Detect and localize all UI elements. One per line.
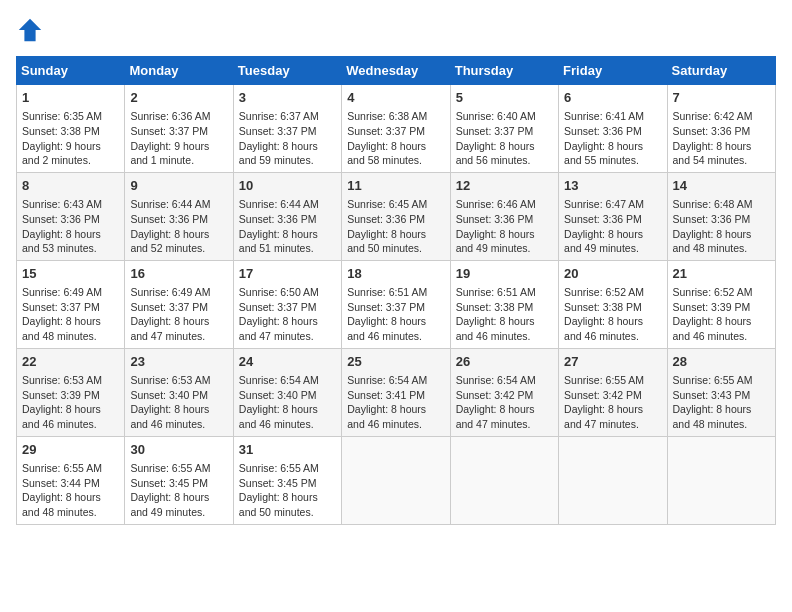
day-number: 24 <box>239 353 336 371</box>
sunrise: Sunrise: 6:47 AM <box>564 198 644 210</box>
sunset: Sunset: 3:45 PM <box>239 477 317 489</box>
calendar-day-cell: 14Sunrise: 6:48 AMSunset: 3:36 PMDayligh… <box>667 172 775 260</box>
day-number: 21 <box>673 265 770 283</box>
sunrise: Sunrise: 6:43 AM <box>22 198 102 210</box>
day-number: 31 <box>239 441 336 459</box>
weekday-header-cell: Friday <box>559 57 667 85</box>
day-number: 14 <box>673 177 770 195</box>
daylight: Daylight: 8 hours and 49 minutes. <box>456 228 535 255</box>
daylight: Daylight: 8 hours and 50 minutes. <box>347 228 426 255</box>
sunset: Sunset: 3:39 PM <box>22 389 100 401</box>
sunrise: Sunrise: 6:49 AM <box>130 286 210 298</box>
sunset: Sunset: 3:37 PM <box>347 125 425 137</box>
sunrise: Sunrise: 6:46 AM <box>456 198 536 210</box>
weekday-header-cell: Sunday <box>17 57 125 85</box>
day-number: 1 <box>22 89 119 107</box>
sunset: Sunset: 3:37 PM <box>456 125 534 137</box>
calendar-day-cell: 31Sunrise: 6:55 AMSunset: 3:45 PMDayligh… <box>233 436 341 524</box>
sunrise: Sunrise: 6:44 AM <box>130 198 210 210</box>
sunrise: Sunrise: 6:50 AM <box>239 286 319 298</box>
daylight: Daylight: 8 hours and 58 minutes. <box>347 140 426 167</box>
sunset: Sunset: 3:39 PM <box>673 301 751 313</box>
sunrise: Sunrise: 6:44 AM <box>239 198 319 210</box>
day-number: 10 <box>239 177 336 195</box>
calendar-table: SundayMondayTuesdayWednesdayThursdayFrid… <box>16 56 776 525</box>
sunset: Sunset: 3:36 PM <box>130 213 208 225</box>
calendar-day-cell: 28Sunrise: 6:55 AMSunset: 3:43 PMDayligh… <box>667 348 775 436</box>
daylight: Daylight: 8 hours and 49 minutes. <box>130 491 209 518</box>
day-number: 20 <box>564 265 661 283</box>
weekday-header-cell: Monday <box>125 57 233 85</box>
sunrise: Sunrise: 6:51 AM <box>456 286 536 298</box>
calendar-day-cell: 24Sunrise: 6:54 AMSunset: 3:40 PMDayligh… <box>233 348 341 436</box>
calendar-day-cell: 1Sunrise: 6:35 AMSunset: 3:38 PMDaylight… <box>17 85 125 173</box>
calendar-day-cell: 5Sunrise: 6:40 AMSunset: 3:37 PMDaylight… <box>450 85 558 173</box>
calendar-day-cell: 26Sunrise: 6:54 AMSunset: 3:42 PMDayligh… <box>450 348 558 436</box>
daylight: Daylight: 8 hours and 46 minutes. <box>456 315 535 342</box>
sunrise: Sunrise: 6:45 AM <box>347 198 427 210</box>
calendar-day-cell: 13Sunrise: 6:47 AMSunset: 3:36 PMDayligh… <box>559 172 667 260</box>
calendar-body: 1Sunrise: 6:35 AMSunset: 3:38 PMDaylight… <box>17 85 776 525</box>
calendar-day-cell: 19Sunrise: 6:51 AMSunset: 3:38 PMDayligh… <box>450 260 558 348</box>
day-number: 28 <box>673 353 770 371</box>
sunset: Sunset: 3:36 PM <box>673 213 751 225</box>
sunset: Sunset: 3:37 PM <box>22 301 100 313</box>
calendar-week-row: 15Sunrise: 6:49 AMSunset: 3:37 PMDayligh… <box>17 260 776 348</box>
day-number: 2 <box>130 89 227 107</box>
calendar-day-cell: 9Sunrise: 6:44 AMSunset: 3:36 PMDaylight… <box>125 172 233 260</box>
calendar-day-cell: 20Sunrise: 6:52 AMSunset: 3:38 PMDayligh… <box>559 260 667 348</box>
sunrise: Sunrise: 6:55 AM <box>239 462 319 474</box>
day-number: 30 <box>130 441 227 459</box>
logo-icon <box>16 16 44 44</box>
sunset: Sunset: 3:36 PM <box>22 213 100 225</box>
calendar-day-cell: 4Sunrise: 6:38 AMSunset: 3:37 PMDaylight… <box>342 85 450 173</box>
daylight: Daylight: 8 hours and 48 minutes. <box>673 228 752 255</box>
daylight: Daylight: 8 hours and 46 minutes. <box>239 403 318 430</box>
day-number: 15 <box>22 265 119 283</box>
daylight: Daylight: 8 hours and 55 minutes. <box>564 140 643 167</box>
daylight: Daylight: 8 hours and 46 minutes. <box>564 315 643 342</box>
calendar-day-cell: 16Sunrise: 6:49 AMSunset: 3:37 PMDayligh… <box>125 260 233 348</box>
daylight: Daylight: 8 hours and 51 minutes. <box>239 228 318 255</box>
daylight: Daylight: 8 hours and 53 minutes. <box>22 228 101 255</box>
calendar-day-cell <box>342 436 450 524</box>
day-number: 5 <box>456 89 553 107</box>
day-number: 25 <box>347 353 444 371</box>
sunset: Sunset: 3:40 PM <box>130 389 208 401</box>
calendar-day-cell: 29Sunrise: 6:55 AMSunset: 3:44 PMDayligh… <box>17 436 125 524</box>
day-number: 18 <box>347 265 444 283</box>
sunset: Sunset: 3:37 PM <box>239 125 317 137</box>
calendar-day-cell: 21Sunrise: 6:52 AMSunset: 3:39 PMDayligh… <box>667 260 775 348</box>
calendar-week-row: 1Sunrise: 6:35 AMSunset: 3:38 PMDaylight… <box>17 85 776 173</box>
daylight: Daylight: 8 hours and 46 minutes. <box>130 403 209 430</box>
sunset: Sunset: 3:36 PM <box>564 125 642 137</box>
calendar-day-cell: 25Sunrise: 6:54 AMSunset: 3:41 PMDayligh… <box>342 348 450 436</box>
calendar-day-cell: 12Sunrise: 6:46 AMSunset: 3:36 PMDayligh… <box>450 172 558 260</box>
calendar-day-cell: 3Sunrise: 6:37 AMSunset: 3:37 PMDaylight… <box>233 85 341 173</box>
sunrise: Sunrise: 6:51 AM <box>347 286 427 298</box>
day-number: 22 <box>22 353 119 371</box>
day-number: 7 <box>673 89 770 107</box>
sunset: Sunset: 3:40 PM <box>239 389 317 401</box>
sunset: Sunset: 3:42 PM <box>564 389 642 401</box>
daylight: Daylight: 8 hours and 59 minutes. <box>239 140 318 167</box>
sunset: Sunset: 3:38 PM <box>564 301 642 313</box>
sunset: Sunset: 3:37 PM <box>130 125 208 137</box>
calendar-day-cell: 18Sunrise: 6:51 AMSunset: 3:37 PMDayligh… <box>342 260 450 348</box>
day-number: 27 <box>564 353 661 371</box>
weekday-header-cell: Saturday <box>667 57 775 85</box>
sunset: Sunset: 3:38 PM <box>456 301 534 313</box>
daylight: Daylight: 8 hours and 48 minutes. <box>22 491 101 518</box>
sunrise: Sunrise: 6:42 AM <box>673 110 753 122</box>
day-number: 8 <box>22 177 119 195</box>
calendar-week-row: 8Sunrise: 6:43 AMSunset: 3:36 PMDaylight… <box>17 172 776 260</box>
daylight: Daylight: 8 hours and 47 minutes. <box>239 315 318 342</box>
logo <box>16 16 48 44</box>
weekday-header-cell: Wednesday <box>342 57 450 85</box>
sunrise: Sunrise: 6:53 AM <box>22 374 102 386</box>
daylight: Daylight: 8 hours and 47 minutes. <box>130 315 209 342</box>
day-number: 16 <box>130 265 227 283</box>
sunrise: Sunrise: 6:54 AM <box>347 374 427 386</box>
calendar-day-cell: 30Sunrise: 6:55 AMSunset: 3:45 PMDayligh… <box>125 436 233 524</box>
sunset: Sunset: 3:36 PM <box>347 213 425 225</box>
